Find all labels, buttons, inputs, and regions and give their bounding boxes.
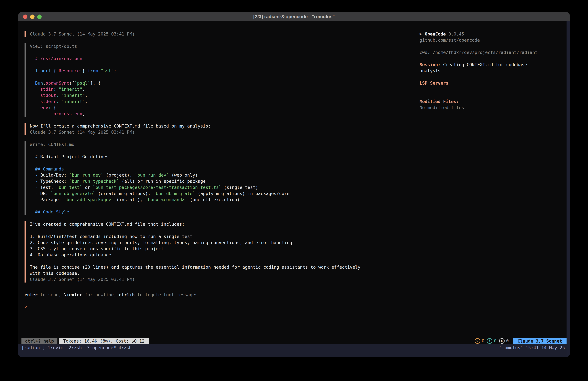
sidebar-line: [420, 56, 567, 62]
sidebar-line: Modified Files:: [420, 98, 567, 105]
message-block: View: script/db.ts #!/usr/bin/env bun im…: [24, 43, 420, 117]
sidebar-line: [420, 86, 567, 92]
message-line: Now I'll create a comprehensive CONTEXT.…: [30, 123, 420, 129]
message-line: stdout: "inherit",: [30, 92, 420, 98]
chat-history: Claude 3.7 Sonnet (14 May 2025 03:41 PM)…: [24, 31, 420, 292]
session-sidebar: © OpenCode 0.0.45github.com/sst/opencode…: [420, 31, 567, 292]
message-line: The file is concise (20 lines) and captu…: [30, 264, 420, 270]
status-bar: ctrl+? help Tokens: 16.4K (8%), Cost: $0…: [18, 338, 570, 344]
tokens-cost-chip: Tokens: 16.4K (8%), Cost: $0.12: [59, 338, 149, 344]
diagnostic-i-icon: i: [487, 338, 492, 344]
sidebar-line: Session: Creating CONTEXT.md for codebas…: [420, 62, 567, 68]
prompt-symbol: >: [24, 304, 27, 309]
sidebar-line: [420, 74, 567, 80]
message-line: [30, 160, 420, 166]
input-help-text: enter to send, \+enter for newline, ctrl…: [24, 292, 567, 298]
message-line: Claude 3.7 Sonnet (14 May 2025 03:41 PM): [30, 129, 420, 135]
tmux-status-bar: [radiant] 1:nvim 2:zsh- 3:opencode* 4:zs…: [18, 344, 570, 357]
lsp-diagnostics: w0i0h0: [475, 338, 509, 344]
message-line: [30, 227, 420, 233]
message-line: #!/usr/bin/env bun: [30, 56, 420, 62]
message-line: - Package: `bun add <package>` (install)…: [30, 197, 420, 203]
diagnostic-h-indicator: h0: [499, 338, 509, 344]
close-window-button[interactable]: [23, 15, 27, 19]
titlebar: [2/3] radiant:3:opencode - "romulus": [18, 12, 570, 21]
diagnostic-i-indicator: i0: [487, 338, 497, 344]
message-line: Claude 3.7 Sonnet (14 May 2025 03:41 PM): [30, 276, 420, 283]
sidebar-line: cwd: /home/thdxr/dev/projects/radiant/ra…: [420, 49, 567, 56]
message-line: Claude 3.7 Sonnet (14 May 2025 03:41 PM): [30, 31, 420, 37]
message-line: [30, 258, 420, 264]
model-chip[interactable]: Claude 3.7 Sonnet: [513, 338, 567, 344]
tmux-window-list[interactable]: [radiant] 1:nvim 2:zsh- 3:opencode* 4:zs…: [21, 345, 132, 351]
diagnostic-count: 0: [506, 338, 509, 343]
traffic-lights: [23, 12, 42, 21]
message-line: Bun.spawnSync([`psql`], {: [30, 80, 420, 86]
message-block: I've created a comprehensive CONTEXT.md …: [24, 221, 420, 283]
sidebar-line: LSP Servers: [420, 80, 567, 86]
sidebar-line: [420, 43, 567, 49]
message-line: stderr: "inherit",: [30, 98, 420, 105]
message-line: Write: CONTEXT.md: [30, 141, 420, 148]
message-line: ## Code Style: [30, 209, 420, 215]
sidebar-line: github.com/sst/opencode: [420, 37, 567, 43]
sidebar-line: No modified files: [420, 105, 567, 111]
message-line: 1. Build/lint/test commands including ho…: [30, 233, 420, 240]
message-line: 4. Database operations guidance: [30, 252, 420, 258]
prompt-input[interactable]: >: [18, 299, 570, 338]
message-line: env: {: [30, 105, 420, 111]
message-line: import { Resource } from "sst";: [30, 68, 420, 74]
terminal-window: [2/3] radiant:3:opencode - "romulus" Cla…: [18, 12, 570, 357]
message-line: ...process.env,: [30, 111, 420, 117]
help-shortcut-chip[interactable]: ctrl+? help: [21, 338, 58, 344]
scrollbar-gutter[interactable]: [567, 21, 570, 357]
message-line: # Radiant Project Guidelines: [30, 154, 420, 160]
message-line: [30, 203, 420, 209]
terminal-content: Claude 3.7 Sonnet (14 May 2025 03:41 PM)…: [18, 21, 570, 357]
message-line: - Test: `bun test` or `bun test packages…: [30, 184, 420, 190]
diagnostic-h-icon: h: [499, 338, 504, 344]
message-line: [30, 148, 420, 154]
sidebar-line: [420, 92, 567, 98]
message-line: stdin: "inherit",: [30, 86, 420, 92]
message-line: 2. Code style guidelines covering import…: [30, 240, 420, 246]
message-line: - Build/Dev: `bun run dev` (project), `b…: [30, 172, 420, 178]
message-line: - DB: `bun db generate` (create migratio…: [30, 190, 420, 197]
message-line: - TypeCheck: `bun run typecheck` (all) o…: [30, 178, 420, 184]
message-line: [30, 74, 420, 80]
sidebar-line: © OpenCode 0.0.45: [420, 31, 567, 37]
main-area: Claude 3.7 Sonnet (14 May 2025 03:41 PM)…: [18, 21, 570, 292]
window-title: [2/3] radiant:3:opencode - "romulus": [253, 14, 335, 19]
message-block: Write: CONTEXT.md # Radiant Project Guid…: [24, 141, 420, 215]
minimize-window-button[interactable]: [30, 15, 35, 19]
message-line: I've created a comprehensive CONTEXT.md …: [30, 221, 420, 227]
diagnostic-w-icon: w: [475, 338, 480, 344]
diagnostic-count: 0: [494, 338, 497, 343]
diagnostic-w-indicator: w0: [475, 338, 484, 344]
screen: [2/3] radiant:3:opencode - "romulus" Cla…: [0, 0, 588, 381]
message-line: ## Commands: [30, 166, 420, 172]
sidebar-line: analysis: [420, 68, 567, 74]
message-line: [30, 49, 420, 56]
message-line: 3. CSS styling conventions specific to t…: [30, 246, 420, 252]
message-line: [30, 62, 420, 68]
message-line: View: script/db.ts: [30, 43, 420, 49]
statusbar-spacer: [149, 338, 475, 344]
zoom-window-button[interactable]: [37, 15, 42, 19]
message-line: with this codebase.: [30, 270, 420, 276]
tmux-session-clock: "romulus" 15:41 14-May-25: [499, 345, 565, 351]
message-block: Now I'll create a comprehensive CONTEXT.…: [24, 123, 420, 135]
message-block: Claude 3.7 Sonnet (14 May 2025 03:41 PM): [24, 31, 420, 37]
diagnostic-count: 0: [482, 338, 484, 343]
